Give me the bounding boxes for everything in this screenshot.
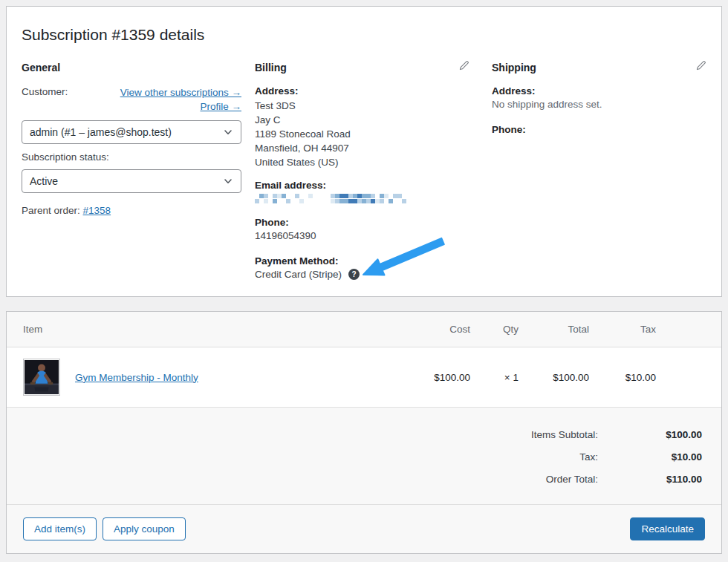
col-total: Total: [519, 324, 589, 335]
billing-address-line: Test 3DS: [255, 99, 469, 113]
items-subtotal-value: $100.00: [598, 429, 702, 440]
customer-label: Customer:: [22, 85, 68, 114]
apply-coupon-button[interactable]: Apply coupon: [103, 517, 186, 541]
payment-help-icon[interactable]: ?: [348, 269, 360, 280]
payment-method-label: Payment Method:: [255, 255, 469, 267]
subscription-details-panel: Subscription #1359 details General Custo…: [6, 6, 722, 297]
shipping-address-label: Address:: [492, 85, 706, 97]
billing-address-line: United States (US): [255, 155, 469, 169]
order-actions-bar: Add item(s) Apply coupon Recalculate: [7, 504, 721, 553]
subscription-status-label: Subscription status:: [22, 151, 241, 163]
view-other-subscriptions-link[interactable]: View other subscriptions →: [120, 87, 241, 98]
customer-select[interactable]: admin (#1 – james@shop.test): [22, 120, 241, 144]
billing-section: Billing Address: Test 3DS Jay C 1189 Sto…: [255, 62, 469, 290]
general-heading: General: [22, 62, 241, 73]
product-name-link[interactable]: Gym Membership - Monthly: [75, 372, 198, 383]
page-title: Subscription #1359 details: [22, 26, 706, 44]
item-tax: $10.00: [589, 372, 656, 383]
col-item: Item: [23, 324, 396, 335]
shipping-section: Shipping Address: No shipping address se…: [492, 62, 706, 290]
chevron-down-icon: [223, 127, 233, 137]
item-qty: × 1: [470, 372, 519, 383]
items-subtotal-label: Items Subtotal:: [531, 429, 598, 440]
add-items-button[interactable]: Add item(s): [23, 517, 97, 541]
order-total-value: $110.00: [598, 474, 702, 485]
product-thumbnail: [23, 359, 60, 396]
profile-link[interactable]: Profile →: [200, 101, 241, 112]
billing-address-line: 1189 Stonecoal Road: [255, 127, 469, 141]
shipping-address-value: No shipping address set.: [492, 99, 706, 110]
shipping-heading: Shipping: [492, 62, 536, 73]
order-totals: Items Subtotal: $100.00 Tax: $10.00 Orde…: [7, 407, 721, 504]
parent-order-link[interactable]: #1358: [83, 205, 111, 216]
order-total-label: Order Total:: [546, 474, 598, 485]
general-section: General Customer: View other subscriptio…: [22, 62, 241, 290]
redacted-email: [255, 194, 469, 204]
edit-shipping-pencil-icon[interactable]: [695, 60, 706, 71]
edit-billing-pencil-icon[interactable]: [458, 60, 469, 71]
chevron-down-icon: [223, 176, 233, 186]
order-items-panel: Item Cost Qty Total Tax Gym Membership -…: [6, 311, 722, 554]
recalculate-button[interactable]: Recalculate: [630, 517, 705, 541]
item-cost: $100.00: [396, 372, 470, 383]
subscription-status-select[interactable]: Active: [22, 169, 241, 193]
col-cost: Cost: [396, 324, 470, 335]
tax-value: $10.00: [598, 451, 702, 463]
shipping-phone-label: Phone:: [492, 124, 706, 135]
billing-address-line: Jay C: [255, 113, 469, 127]
pushup-product-image: [25, 360, 59, 394]
parent-order-label: Parent order:: [22, 205, 80, 216]
billing-address-label: Address:: [255, 85, 469, 97]
col-tax: Tax: [589, 324, 656, 335]
billing-address-line: Mansfield, OH 44907: [255, 141, 469, 155]
tax-label: Tax:: [579, 451, 598, 463]
customer-select-value: admin (#1 – james@shop.test): [30, 126, 172, 138]
payment-method-value: Credit Card (Stripe): [255, 269, 342, 280]
items-table-header: Item Cost Qty Total Tax: [7, 312, 721, 347]
item-total: $100.00: [519, 372, 589, 383]
col-qty: Qty: [470, 324, 519, 335]
table-row: Gym Membership - Monthly $100.00 × 1 $10…: [7, 347, 721, 407]
billing-phone-value: 14196054390: [255, 230, 469, 241]
subscription-status-value: Active: [30, 175, 58, 187]
billing-heading: Billing: [255, 62, 287, 73]
billing-phone-label: Phone:: [255, 217, 469, 228]
billing-email-label: Email address:: [255, 180, 469, 191]
